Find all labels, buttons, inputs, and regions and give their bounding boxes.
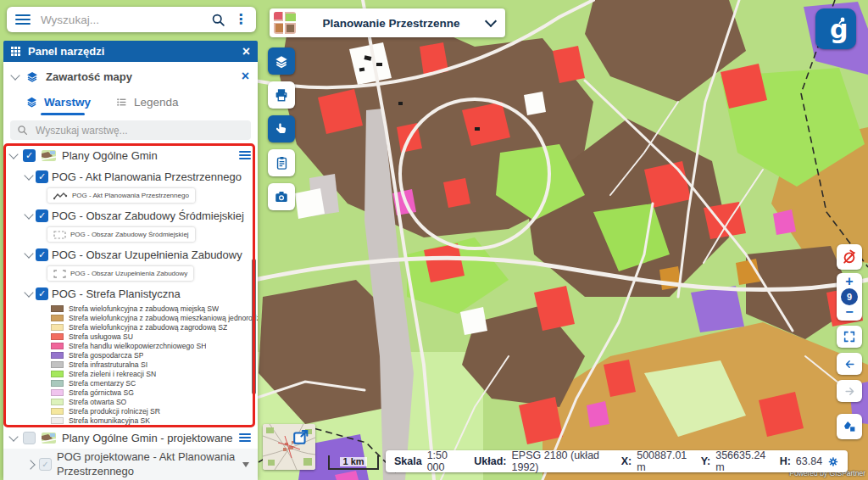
chevron-right-icon[interactable] [25, 460, 35, 469]
map-profile-dropdown[interactable]: Planowanie Przestrzenne [270, 8, 505, 37]
dashed-area-icon [53, 231, 66, 239]
shapes-icon [842, 419, 857, 434]
search-input[interactable] [39, 13, 203, 27]
layer-checkbox[interactable] [36, 287, 48, 300]
chevron-down-icon[interactable] [24, 248, 33, 258]
gispartner-logo[interactable]: g [815, 8, 856, 49]
chevron-down-icon[interactable] [24, 287, 33, 297]
report-tool-button[interactable] [268, 149, 295, 176]
layer-pog-uzupelnienia[interactable]: POG - Obszar Uzupełnienia Zabudowy [3, 244, 258, 265]
legend-label: Strefa otwarta SO [69, 398, 126, 406]
next-view-button[interactable] [837, 380, 862, 402]
legend-chip-srodmiejska: POG - Obszar Zabudowy Śródmiejskiej [47, 227, 195, 242]
profile-thumbnail [274, 12, 296, 34]
map-thumbnail-icon [42, 433, 56, 444]
y-value: 356635.24 m [715, 449, 765, 473]
section-title: Zawartość mapy [46, 70, 235, 83]
fullscreen-button[interactable] [837, 326, 862, 348]
layer-group-projektowane[interactable]: Plany Ogólne Gmin - projektowane [3, 428, 258, 447]
fullscreen-icon [843, 330, 856, 343]
legend-chip-akt: POG - Akt Planowania Przestrzennego [47, 188, 195, 203]
legend-swatch [51, 408, 64, 415]
line-symbol-icon [53, 192, 68, 200]
legend-label: Strefa zieleni i rekreacji SN [69, 370, 156, 378]
close-panel-icon[interactable]: × [242, 45, 250, 59]
legend-label: Strefa usługowa SU [69, 332, 133, 341]
chevron-down-icon[interactable] [8, 149, 18, 159]
screenshot-tool-button[interactable] [268, 183, 295, 210]
layer-pog-srodmiejska[interactable]: POG - Obszar Zabudowy Śródmiejskiej [3, 205, 258, 226]
layer-search [10, 120, 251, 140]
section-zawartosc-mapy: Zawartość mapy × [3, 66, 258, 87]
crs-label: Układ: [474, 455, 506, 467]
layer-tree: Plany Ogólne Gmin POG - Akt Planowania P… [3, 144, 258, 425]
geolocation-off-button[interactable] [837, 244, 862, 270]
legend-label: Strefa wielofunkcyjna z zabudową zagrodo… [69, 323, 227, 332]
layer-pog-akt[interactable]: POG - Akt Planowania Przestrzennego [3, 166, 258, 187]
legend-item: Strefa produkcji rolniczej SR [51, 406, 258, 416]
layer-menu-icon[interactable] [239, 151, 251, 159]
menu-icon[interactable] [15, 14, 31, 25]
legend-swatch [51, 315, 64, 321]
scroll-down-icon[interactable] [242, 462, 249, 467]
select-tool-button[interactable] [268, 115, 295, 142]
legend-label: Strefa cmentarzy SC [69, 379, 136, 388]
h-value: 63.84 [796, 455, 822, 467]
x-value: 500887.01 m [637, 449, 687, 473]
status-bar: Skala 1:50 000 Układ: EPSG 2180 (układ 1… [386, 450, 848, 472]
legend-label: Strefa wielofunkcyjna z zabudową mieszka… [69, 314, 258, 322]
global-search-bar: ⋮ [7, 7, 256, 32]
legend-list-icon [115, 97, 128, 108]
search-icon [17, 125, 28, 136]
legend-item: Strefa handlu wielkopowierzchniowego SH [51, 341, 258, 350]
layer-checkbox[interactable] [23, 149, 36, 162]
layer-pog-projektowane-akt[interactable]: POG projektowane - Akt Planowania Przest… [3, 449, 258, 480]
chevron-down-icon[interactable] [24, 209, 33, 219]
layer-checkbox[interactable] [36, 170, 48, 183]
panel-tabs: Warstwy Legenda [3, 91, 258, 113]
previous-view-button[interactable] [837, 353, 862, 375]
layer-search-input[interactable] [34, 124, 244, 137]
zoom-control: + 9 − [837, 273, 862, 321]
print-tool-button[interactable] [268, 81, 295, 109]
chevron-down-icon[interactable] [8, 432, 18, 441]
legend-swatch [51, 352, 64, 359]
legend-swatch [51, 361, 64, 368]
panel-title: Panel narzędzi [28, 45, 235, 58]
crs-value: EPSG 2180 (układ 1992) [512, 449, 608, 473]
chevron-down-icon[interactable] [10, 70, 19, 80]
zoom-out-button[interactable]: − [845, 305, 853, 319]
layer-pog-strefa[interactable]: POG - Strefa Planistyczna [3, 283, 258, 304]
svg-text:g: g [830, 14, 848, 44]
scale-bar: 1 km [328, 455, 379, 470]
scale-value: 1:50 000 [427, 449, 461, 473]
scale-label: Skala [394, 455, 422, 467]
legend-swatch [51, 343, 64, 349]
panel-scrollbar[interactable] [252, 259, 256, 394]
layers-icon [274, 54, 289, 69]
legend-label: Strefa wielofunkcyjna z zabudową miejską… [69, 304, 219, 313]
layers-icon [25, 96, 38, 108]
chevron-down-icon [485, 15, 497, 27]
layers-tool-button[interactable] [268, 47, 295, 75]
settings-gear-icon[interactable] [827, 455, 839, 469]
layer-group-plany-ogolne[interactable]: Plany Ogólne Gmin [3, 144, 258, 166]
tab-warstwy[interactable]: Warstwy [25, 91, 91, 113]
map-content-panel: Zawartość mapy × Warstwy Legenda [3, 62, 258, 480]
chevron-down-icon[interactable] [24, 170, 33, 180]
layer-checkbox[interactable] [23, 432, 36, 444]
layer-checkbox[interactable] [36, 209, 48, 222]
close-section-icon[interactable]: × [242, 69, 249, 84]
more-options-icon[interactable]: ⋮ [234, 13, 248, 26]
search-icon[interactable] [211, 13, 225, 27]
layer-menu-icon[interactable] [239, 433, 251, 442]
widgets-button[interactable] [837, 414, 862, 439]
tab-legenda[interactable]: Legenda [115, 91, 179, 113]
legend-swatch [51, 380, 64, 387]
legend-swatch [51, 305, 64, 312]
zoom-in-button[interactable]: + [845, 275, 853, 288]
expand-overview-icon[interactable] [292, 427, 310, 446]
legend-item: Strefa wielofunkcyjna z zabudową zagrodo… [51, 322, 258, 332]
layer-checkbox[interactable] [36, 248, 48, 261]
layer-checkbox[interactable] [39, 458, 52, 471]
